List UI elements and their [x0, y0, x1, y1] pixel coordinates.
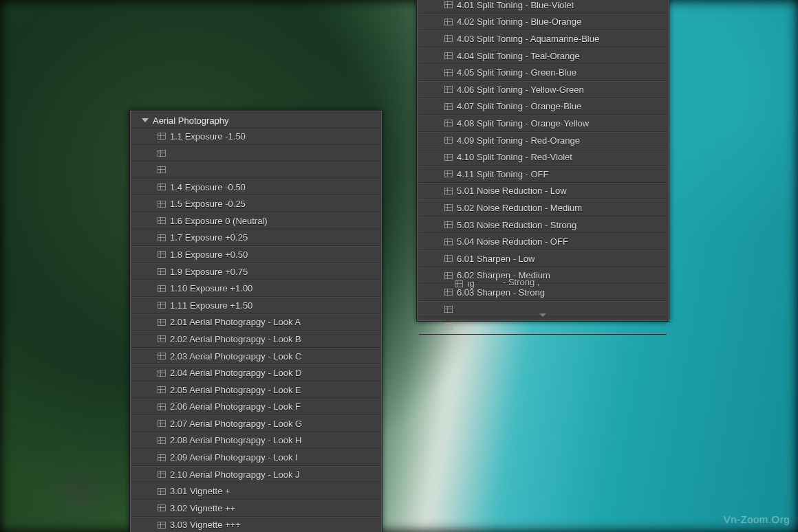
- preset-icon: [158, 319, 166, 326]
- preset-item[interactable]: [419, 318, 667, 335]
- preset-item[interactable]: 1.9 Exposure +0.75: [132, 263, 380, 280]
- preset-icon: [158, 471, 166, 478]
- preset-item[interactable]: 2.05 Aerial Photograpgy - Look E: [132, 381, 380, 399]
- preset-label: 2.08 Aerial Photograpgy - Look H: [170, 435, 302, 445]
- preset-label: 2.03 Aerial Photograpgy - Look C: [170, 351, 302, 362]
- preset-icon: [444, 255, 453, 262]
- preset-icon: [444, 272, 453, 279]
- preset-icon: [158, 370, 166, 377]
- preset-item[interactable]: 5.02 Noise Reduction - Medium: [419, 199, 667, 217]
- preset-item[interactable]: 4.05 Split Toning - Green-Blue: [419, 64, 667, 81]
- preset-item[interactable]: 1.10 Exposure +1.00: [132, 280, 380, 297]
- preset-item[interactable]: 2.04 Aerial Photograpgy - Look D: [132, 364, 380, 381]
- preset-folder-title: Aerial Photography: [153, 115, 229, 126]
- preset-icon: [444, 170, 453, 177]
- preset-item[interactable]: 1.8 Exposure +0.50: [132, 246, 380, 263]
- preset-label: 4.11 Split Toning - OFF: [457, 169, 548, 179]
- preset-icon: [158, 353, 166, 359]
- preset-label: 4.09 Split Toning - Red-Orange: [457, 135, 580, 146]
- preset-icon: [158, 488, 166, 495]
- preset-icon: [444, 306, 453, 313]
- preset-icon: [158, 251, 166, 258]
- preset-label: 3.03 Vignette +++: [170, 520, 241, 530]
- preset-item[interactable]: 2.03 Aerial Photograpgy - Look C: [132, 348, 380, 365]
- preset-item[interactable]: 4.10 Split Toning - Red-Violet: [419, 148, 667, 166]
- preset-label: 2.06 Aerial Photograpgy - Look F: [170, 401, 301, 412]
- preset-item[interactable]: 4.01 Split Toning - Blue-Violet: [419, 0, 667, 14]
- preset-icon: [158, 335, 166, 342]
- preset-icon: [158, 184, 166, 190]
- preset-item[interactable]: 4.03 Split Toning - Aquamarine-Blue: [419, 30, 667, 47]
- preset-icon: [444, 188, 453, 195]
- preset-item[interactable]: 2.07 Aerial Photograpgy - Look G: [132, 415, 380, 432]
- preset-icon: [158, 522, 166, 529]
- preset-panel-left: Aerial Photography 1.1 Exposure -1.501.2…: [129, 110, 382, 532]
- preset-item[interactable]: 5.01 Noise Reduction - Low: [419, 183, 667, 200]
- preset-item[interactable]: 5.04 Noise Reduction - OFF: [419, 233, 667, 250]
- preset-item[interactable]: 4.09 Split Toning - Red-Orange: [419, 132, 667, 149]
- preset-icon: [444, 289, 453, 296]
- preset-icon: [158, 285, 166, 292]
- ghost-row-fragment: ıg: [455, 278, 475, 289]
- preset-icon: [444, 1, 453, 8]
- ghost-text-a: ıg: [467, 278, 475, 289]
- preset-item[interactable]: 4.04 Split Toning - Teal-Orange: [419, 47, 667, 65]
- preset-item[interactable]: 2.06 Aerial Photograpgy - Look F: [132, 399, 380, 416]
- preset-icon: [444, 154, 453, 161]
- preset-icon: [455, 280, 463, 287]
- preset-icon: [444, 221, 453, 228]
- preset-item[interactable]: 1.5 Exposure -0.25: [132, 195, 380, 212]
- preset-item[interactable]: 3.02 Vignette ++: [132, 500, 380, 517]
- preset-item[interactable]: 5.03 Noise Reduction - Strong: [419, 217, 667, 234]
- disclosure-triangle-icon: [142, 118, 149, 122]
- preset-icon: [158, 201, 166, 208]
- preset-label: 4.08 Split Toning - Orange-Yellow: [457, 118, 589, 129]
- preset-icon: [444, 69, 453, 76]
- preset-label: 1.1 Exposure -1.50: [170, 131, 246, 142]
- preset-label: 1.5 Exposure -0.25: [170, 199, 246, 209]
- preset-label: 4.07 Split Toning - Orange-Blue: [457, 101, 581, 111]
- preset-label: 1.6 Exposure 0 (Neutral): [170, 216, 268, 226]
- preset-item[interactable]: 1.1 Exposure -1.50: [132, 129, 380, 145]
- preset-icon: [158, 268, 166, 275]
- preset-label: 6.01 Sharpen - Low: [457, 254, 535, 264]
- scroll-down-arrow-icon[interactable]: [539, 313, 546, 317]
- preset-list-left: 1.1 Exposure -1.501.2 Exposure -1.251.3 …: [132, 129, 380, 532]
- preset-label: 4.06 Split Toning - Yellow-Green: [457, 85, 584, 95]
- preset-item[interactable]: 2.09 Aerial Photograpgy - Look I: [132, 449, 380, 466]
- preset-item[interactable]: 1.11 Exposure +1.50: [132, 297, 380, 314]
- preset-item[interactable]: 1.4 Exposure -0.50: [132, 179, 380, 196]
- preset-label: 3.02 Vignette ++: [170, 503, 235, 513]
- preset-label: 1.8 Exposure +0.50: [170, 250, 248, 260]
- preset-item[interactable]: 4.11 Split Toning - OFF: [419, 166, 667, 183]
- preset-item[interactable]: 2.10 Aerial Photograpgy - Look J: [132, 466, 380, 483]
- preset-item[interactable]: 4.07 Split Toning - Orange-Blue: [419, 98, 667, 115]
- preset-item[interactable]: 1.6 Exposure 0 (Neutral): [132, 212, 380, 230]
- preset-label: 6.03 Sharpen - Strong: [457, 287, 545, 298]
- preset-item[interactable]: 1.3 Exposure -0.75: [132, 162, 380, 179]
- preset-item[interactable]: 3.01 Vignette +: [132, 483, 380, 500]
- preset-item[interactable]: 1.2 Exposure -1.25: [132, 145, 380, 162]
- preset-label: 4.01 Split Toning - Blue-Violet: [457, 0, 574, 10]
- preset-item[interactable]: 4.06 Split Toning - Yellow-Green: [419, 81, 667, 98]
- watermark-text: Vn-Zoom.Org: [724, 513, 790, 525]
- preset-item[interactable]: 6.01 Sharpen - Low: [419, 250, 667, 267]
- preset-item[interactable]: 4.02 Split Toning - Blue-Orange: [419, 14, 667, 31]
- preset-item[interactable]: 2.08 Aerial Photograpgy - Look H: [132, 432, 380, 450]
- preset-item[interactable]: 4.08 Split Toning - Orange-Yellow: [419, 115, 667, 132]
- preset-item[interactable]: 2.02 Aerial Photograpgy - Look B: [132, 331, 380, 348]
- preset-item[interactable]: 2.01 Aerial Photograpgy - Look A: [132, 314, 380, 331]
- preset-label: 2.02 Aerial Photograpgy - Look B: [170, 334, 301, 344]
- preset-item[interactable]: 1.7 Exposure +0.25: [132, 230, 380, 247]
- preset-label: 1.10 Exposure +1.00: [170, 283, 252, 293]
- preset-folder-header[interactable]: Aerial Photography: [132, 113, 380, 129]
- preset-label: 2.05 Aerial Photograpgy - Look E: [170, 385, 301, 395]
- preset-icon: [444, 103, 453, 110]
- preset-label: 4.10 Split Toning - Red-Violet: [457, 152, 572, 162]
- preset-item[interactable]: 3.03 Vignette +++: [132, 517, 380, 532]
- preset-icon: [158, 150, 166, 157]
- preset-icon: [444, 120, 453, 126]
- preset-label: 4.03 Split Toning - Aquamarine-Blue: [457, 34, 599, 44]
- preset-icon: [158, 217, 166, 224]
- preset-label: 2.10 Aerial Photograpgy - Look J: [170, 469, 300, 480]
